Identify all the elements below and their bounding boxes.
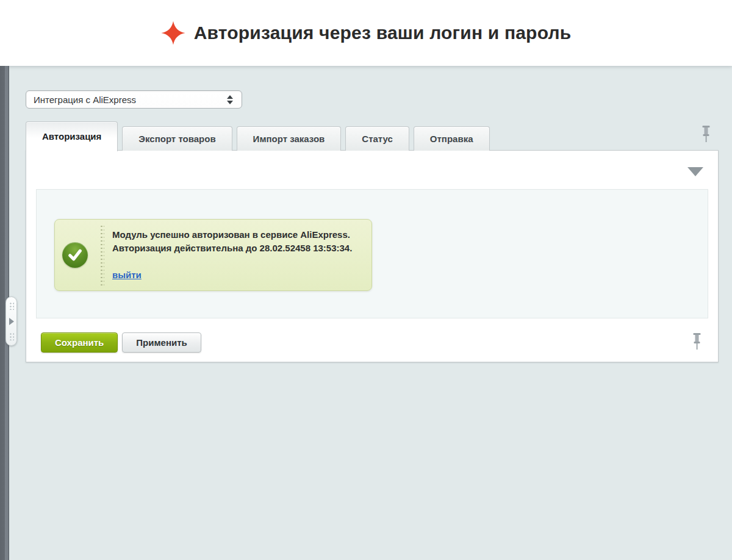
handle-dots-bottom bbox=[9, 332, 14, 340]
tab-status[interactable]: Статус bbox=[345, 126, 409, 151]
tab-content-area: Модуль успешно авторизован в сервисе Ali… bbox=[36, 189, 708, 318]
auth-status-text: Модуль успешно авторизован в сервисе Ali… bbox=[112, 228, 363, 255]
tab-label: Авторизация bbox=[42, 131, 101, 142]
tab-export-products[interactable]: Экспорт товаров bbox=[122, 126, 232, 151]
page-header-inner: Авторизация через ваши логин и пароль bbox=[161, 21, 572, 45]
save-button[interactable]: Сохранить bbox=[41, 332, 118, 353]
expand-arrow-icon bbox=[9, 318, 14, 325]
tab-label: Отправка bbox=[430, 134, 473, 144]
module-select[interactable]: Интеграция с AliExpress bbox=[26, 90, 242, 109]
page: Авторизация через ваши логин и пароль Ин… bbox=[0, 0, 732, 560]
tab-sending[interactable]: Отправка bbox=[414, 126, 490, 151]
tab-authorization[interactable]: Авторизация bbox=[26, 121, 118, 151]
auth-status-line2: Авторизация действительна до 28.02.52458… bbox=[112, 242, 363, 255]
page-title: Авторизация через ваши логин и пароль bbox=[194, 23, 572, 43]
tab-label: Импорт заказов bbox=[253, 134, 325, 144]
handle-dots-top bbox=[9, 302, 14, 310]
action-buttons: Сохранить Применить bbox=[41, 332, 201, 353]
apply-button[interactable]: Применить bbox=[122, 332, 201, 353]
page-header: Авторизация через ваши логин и пароль bbox=[0, 0, 732, 66]
dotted-divider bbox=[100, 224, 104, 285]
auth-success-message: Модуль успешно авторизован в сервисе Ali… bbox=[54, 219, 372, 291]
sidebar-collapse-handle[interactable] bbox=[5, 296, 17, 346]
collapse-chevron-icon[interactable] bbox=[687, 167, 703, 176]
tabbar: Авторизация Экспорт товаров Импорт заказ… bbox=[26, 121, 714, 151]
select-spinner-icon bbox=[227, 95, 233, 104]
tab-label: Экспорт товаров bbox=[138, 134, 215, 144]
auth-status-line1: Модуль успешно авторизован в сервисе Ali… bbox=[112, 228, 363, 242]
sparkle-icon bbox=[161, 21, 185, 45]
settings-panel: Модуль успешно авторизован в сервисе Ali… bbox=[26, 150, 719, 362]
pin-icon[interactable] bbox=[701, 126, 711, 143]
logout-link[interactable]: выйти bbox=[112, 270, 142, 280]
success-check-icon bbox=[62, 242, 88, 268]
module-select-value: Интеграция с AliExpress bbox=[34, 95, 227, 105]
pin-icon[interactable] bbox=[692, 333, 702, 351]
tab-label: Статус bbox=[362, 134, 393, 144]
tab-import-orders[interactable]: Импорт заказов bbox=[237, 126, 342, 151]
